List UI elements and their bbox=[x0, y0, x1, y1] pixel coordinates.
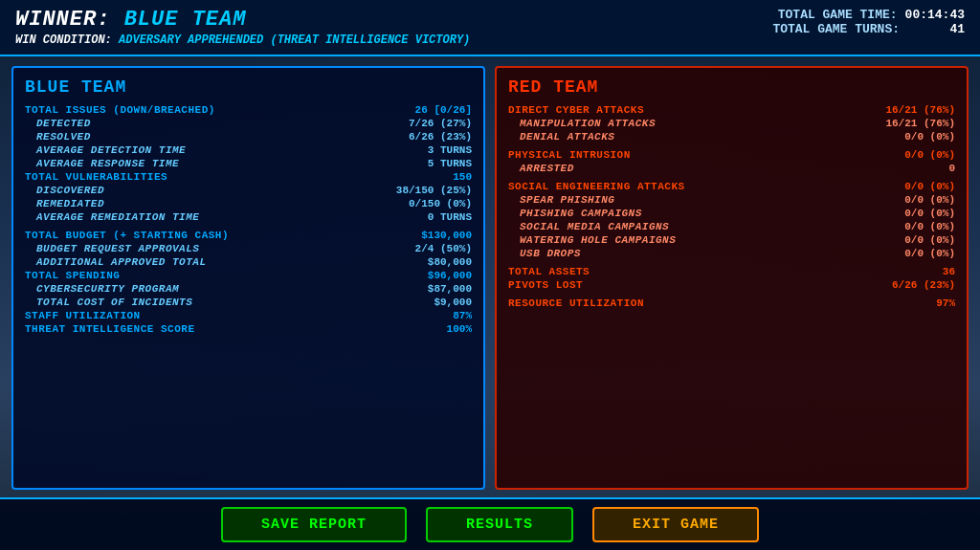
stat-value: 16/21 (76%) bbox=[885, 118, 955, 129]
stat-label: DENIAL ATTACKS bbox=[508, 131, 614, 143]
stat-value: 0 TURNS bbox=[428, 211, 472, 223]
stat-label: AVERAGE RESPONSE TIME bbox=[25, 158, 179, 169]
stat-row: TOTAL ISSUES (DOWN/BREACHED)26 [0/26] bbox=[25, 104, 472, 116]
stat-row: STAFF UTILIZATION87% bbox=[25, 310, 472, 321]
stat-value: 100% bbox=[447, 323, 472, 335]
stat-label: WATERING HOLE CAMPAIGNS bbox=[508, 234, 676, 246]
stat-label: RESOLVED bbox=[25, 131, 91, 143]
stat-row: SOCIAL MEDIA CAMPAIGNS0/0 (0%) bbox=[508, 221, 955, 232]
stat-row: RESOLVED6/26 (23%) bbox=[25, 131, 472, 143]
stat-value: 3 TURNS bbox=[428, 144, 472, 156]
stat-label: PIVOTS LOST bbox=[508, 279, 583, 291]
stat-label: TOTAL COST OF INCIDENTS bbox=[25, 297, 192, 308]
game-turns-value: 41 bbox=[907, 22, 965, 36]
stat-label: SOCIAL ENGINEERING ATTACKS bbox=[508, 181, 685, 192]
stat-value: 87% bbox=[453, 310, 472, 321]
stat-row: ARRESTED0 bbox=[508, 163, 955, 174]
stat-row: THREAT INTELLIGENCE SCORE100% bbox=[25, 323, 472, 335]
game-turns-label: TOTAL GAME TURNS: bbox=[772, 22, 900, 36]
stat-row: AVERAGE RESPONSE TIME5 TURNS bbox=[25, 158, 472, 169]
stat-value: $130,000 bbox=[421, 230, 472, 241]
stat-label: CYBERSECURITY PROGRAM bbox=[25, 283, 179, 295]
stat-value: 0/0 (0%) bbox=[904, 131, 955, 143]
stat-row: DISCOVERED38/150 (25%) bbox=[25, 185, 472, 196]
stat-label: MANIPULATION ATTACKS bbox=[508, 118, 656, 129]
stat-value: 2/4 (50%) bbox=[415, 243, 472, 254]
red-team-title: RED TEAM bbox=[508, 77, 955, 97]
stat-value: 0/0 (0%) bbox=[904, 221, 955, 232]
header-left: WINNER: BLUE TEAM WIN CONDITION: ADVERSA… bbox=[15, 8, 470, 47]
stat-row: PHISHING CAMPAIGNS0/0 (0%) bbox=[508, 208, 955, 219]
stat-value: $96,000 bbox=[428, 270, 472, 281]
save-report-button[interactable]: SAVE REPORT bbox=[221, 507, 407, 542]
stat-value: 26 [0/26] bbox=[415, 104, 472, 116]
stat-row: REMEDIATED0/150 (0%) bbox=[25, 198, 472, 209]
stat-row: TOTAL BUDGET (+ STARTING CASH)$130,000 bbox=[25, 230, 472, 241]
results-button[interactable]: RESULTS bbox=[426, 507, 573, 542]
stat-label: AVERAGE DETECTION TIME bbox=[25, 144, 186, 156]
stat-row: ADDITIONAL APPROVED TOTAL$80,000 bbox=[25, 256, 472, 268]
footer: SAVE REPORT RESULTS EXIT GAME bbox=[0, 497, 980, 550]
stat-label: TOTAL SPENDING bbox=[25, 270, 120, 281]
stat-value: 0/0 (0%) bbox=[904, 181, 955, 192]
stat-row: USB DROPS0/0 (0%) bbox=[508, 248, 955, 259]
red-team-panel: RED TEAM DIRECT CYBER ATTACKS16/21 (76%)… bbox=[495, 66, 969, 490]
stat-value: 38/150 (25%) bbox=[396, 185, 472, 196]
stat-row: AVERAGE REMEDIATION TIME0 TURNS bbox=[25, 211, 472, 223]
stat-value: 0/0 (0%) bbox=[904, 208, 955, 219]
stat-row: RESOURCE UTILIZATION97% bbox=[508, 297, 955, 309]
stat-value: 36 bbox=[943, 266, 955, 277]
stat-value: 6/26 (23%) bbox=[409, 131, 472, 143]
stat-value: $80,000 bbox=[428, 256, 472, 268]
game-time-line: TOTAL GAME TIME: 00:14:43 bbox=[772, 8, 965, 22]
stat-value: 5 TURNS bbox=[428, 158, 472, 169]
stat-value: 0/0 (0%) bbox=[904, 248, 955, 259]
stat-label: ADDITIONAL APPROVED TOTAL bbox=[25, 256, 207, 268]
stat-value: $9,000 bbox=[434, 297, 472, 308]
stat-value: $87,000 bbox=[428, 283, 472, 295]
winner-label: WINNER: BLUE TEAM bbox=[15, 8, 470, 32]
exit-game-button[interactable]: EXIT GAME bbox=[592, 507, 759, 542]
header-right: TOTAL GAME TIME: 00:14:43 TOTAL GAME TUR… bbox=[772, 8, 965, 36]
stat-label: PHYSICAL INTRUSION bbox=[508, 149, 631, 161]
stat-row: DETECTED7/26 (27%) bbox=[25, 118, 472, 129]
stat-row: DIRECT CYBER ATTACKS16/21 (76%) bbox=[508, 104, 955, 116]
header: WINNER: BLUE TEAM WIN CONDITION: ADVERSA… bbox=[0, 0, 980, 56]
stat-label: REMEDIATED bbox=[25, 198, 104, 209]
stat-label: BUDGET REQUEST APPROVALS bbox=[25, 243, 199, 254]
game-turns-line: TOTAL GAME TURNS: 41 bbox=[772, 22, 965, 36]
stat-row: PIVOTS LOST6/26 (23%) bbox=[508, 279, 955, 291]
stat-label: TOTAL BUDGET (+ STARTING CASH) bbox=[25, 230, 229, 241]
stat-value: 97% bbox=[936, 297, 955, 309]
stat-label: DIRECT CYBER ATTACKS bbox=[508, 104, 644, 116]
stat-row: BUDGET REQUEST APPROVALS2/4 (50%) bbox=[25, 243, 472, 254]
stat-row: PHYSICAL INTRUSION0/0 (0%) bbox=[508, 149, 955, 161]
stat-row: SPEAR PHISHING0/0 (0%) bbox=[508, 194, 955, 206]
blue-team-stats: TOTAL ISSUES (DOWN/BREACHED)26 [0/26]DET… bbox=[25, 104, 472, 335]
stat-row: TOTAL VULNERABILITIES150 bbox=[25, 171, 472, 183]
stat-row: DENIAL ATTACKS0/0 (0%) bbox=[508, 131, 955, 143]
stat-label: SPEAR PHISHING bbox=[508, 194, 614, 206]
stat-label: USB DROPS bbox=[508, 248, 581, 259]
stat-label: THREAT INTELLIGENCE SCORE bbox=[25, 323, 195, 335]
stat-label: TOTAL ISSUES (DOWN/BREACHED) bbox=[25, 104, 215, 116]
game-time-label: TOTAL GAME TIME: bbox=[778, 8, 898, 22]
stat-label: ARRESTED bbox=[508, 163, 574, 174]
stat-label: DETECTED bbox=[25, 118, 91, 129]
stat-label: STAFF UTILIZATION bbox=[25, 310, 141, 321]
stat-row: WATERING HOLE CAMPAIGNS0/0 (0%) bbox=[508, 234, 955, 246]
stat-value: 0/0 (0%) bbox=[904, 149, 955, 161]
blue-team-title: BLUE TEAM bbox=[25, 77, 472, 97]
stat-row: TOTAL COST OF INCIDENTS$9,000 bbox=[25, 297, 472, 308]
stat-label: DISCOVERED bbox=[25, 185, 104, 196]
stat-value: 6/26 (23%) bbox=[892, 279, 955, 291]
stat-value: 0/150 (0%) bbox=[409, 198, 472, 209]
stat-row: AVERAGE DETECTION TIME3 TURNS bbox=[25, 144, 472, 156]
stat-value: 7/26 (27%) bbox=[409, 118, 472, 129]
stat-value: 0 bbox=[948, 163, 955, 174]
red-team-stats: DIRECT CYBER ATTACKS16/21 (76%)MANIPULAT… bbox=[508, 104, 955, 309]
stat-label: PHISHING CAMPAIGNS bbox=[508, 208, 642, 219]
stat-value: 0/0 (0%) bbox=[904, 234, 955, 246]
stat-label: RESOURCE UTILIZATION bbox=[508, 297, 644, 309]
stat-label: AVERAGE REMEDIATION TIME bbox=[25, 211, 199, 223]
